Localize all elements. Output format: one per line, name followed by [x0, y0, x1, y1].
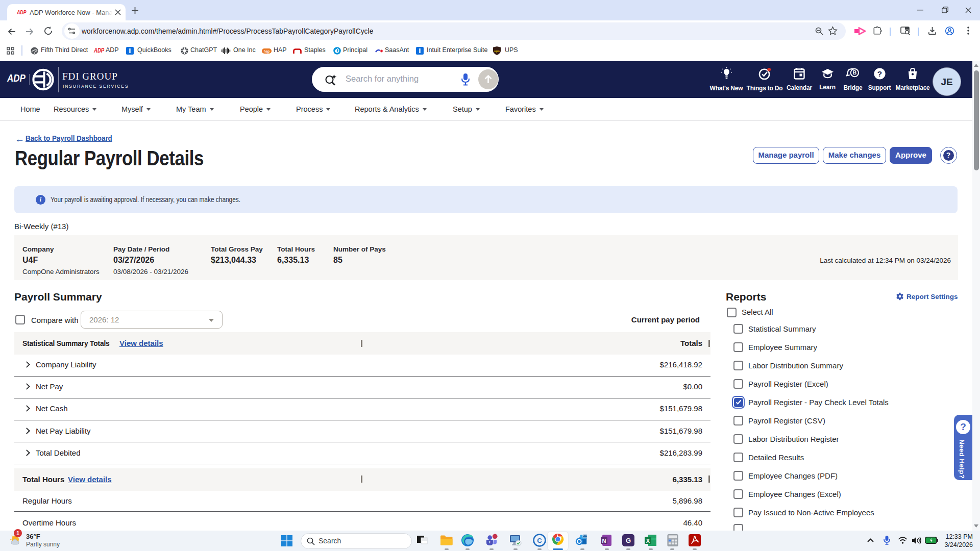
svg-text:T: T [488, 540, 491, 544]
svg-text:hap: hap [264, 49, 270, 54]
svg-text:B: B [853, 69, 857, 76]
svg-text:X: X [646, 538, 650, 544]
svg-text:N: N [602, 538, 606, 544]
svg-text:C: C [537, 537, 542, 544]
svg-text:?: ? [877, 69, 881, 78]
svg-text:ups: ups [494, 49, 500, 53]
svg-text:G: G [626, 537, 631, 544]
